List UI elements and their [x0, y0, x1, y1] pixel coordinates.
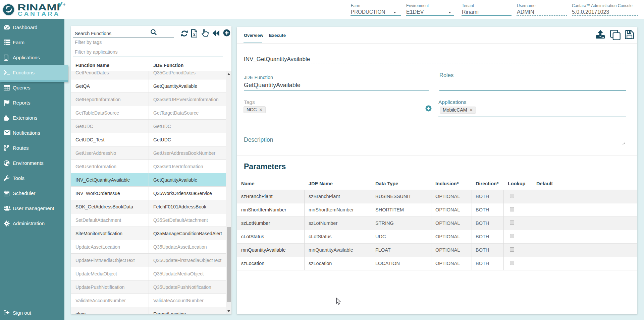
svg-text:R: R	[64, 4, 65, 5]
svg-text:x: x	[193, 31, 196, 37]
svg-text:CANTARA: CANTARA	[18, 11, 60, 17]
